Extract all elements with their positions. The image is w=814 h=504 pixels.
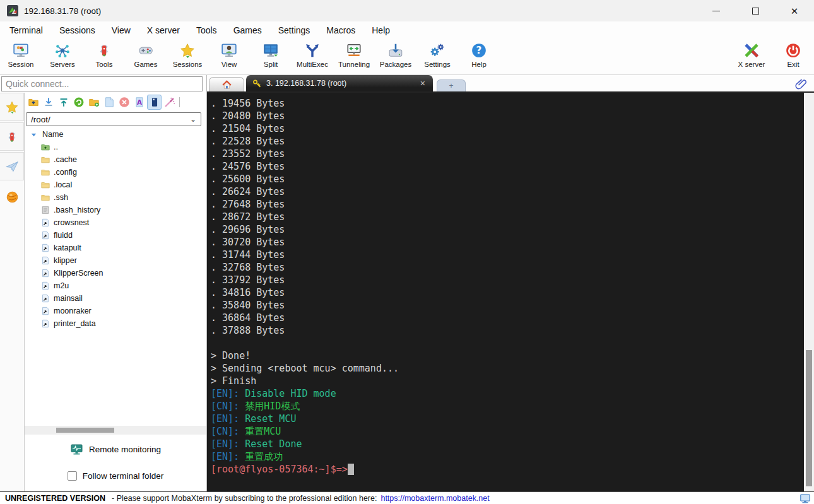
sidebar-tab-macros-plane[interactable] xyxy=(0,152,24,180)
new-folder-button[interactable] xyxy=(86,95,101,110)
download-icon xyxy=(43,97,54,108)
close-button[interactable]: ✕ xyxy=(775,0,814,21)
horizontal-scrollbar-thumb[interactable] xyxy=(56,428,114,433)
toolbar-view-button[interactable]: View xyxy=(208,42,250,68)
terminal-text-segment: [EN]: xyxy=(211,438,239,450)
file-row[interactable]: printer_data xyxy=(25,317,206,330)
tab-close-icon[interactable]: × xyxy=(419,78,427,88)
remote-monitoring-button[interactable]: Remote monitoring xyxy=(25,438,206,460)
menu-games[interactable]: Games xyxy=(225,25,270,35)
sidebar-tab-sftp-globe[interactable] xyxy=(0,190,24,204)
download-button[interactable] xyxy=(41,95,56,110)
terminal-text-segment: . 19456 Bytes xyxy=(211,98,285,109)
file-row[interactable]: mainsail xyxy=(25,292,206,305)
toolbar-sessions-button[interactable]: Sessions xyxy=(167,42,208,68)
file-icon xyxy=(41,206,50,214)
toolbar-label: Sessions xyxy=(173,61,203,68)
file-list-header[interactable]: Name xyxy=(25,128,206,141)
file-row[interactable]: .bash_history xyxy=(25,204,206,216)
maximize-button[interactable] xyxy=(736,0,775,21)
toolbar-tools-button[interactable]: Tools xyxy=(83,42,125,68)
horizontal-scrollbar[interactable] xyxy=(25,426,206,435)
file-name: katapult xyxy=(54,243,81,252)
file-row[interactable]: .. xyxy=(25,141,206,153)
wand-button[interactable] xyxy=(162,95,177,110)
tab-active-session[interactable]: 3. 192.168.31.78 (root) × xyxy=(246,75,433,91)
delete-button[interactable] xyxy=(117,95,131,110)
file-name: .bash_history xyxy=(54,206,100,214)
parent-folder-button[interactable] xyxy=(26,95,40,110)
toolbar-x-server-button[interactable]: X server xyxy=(731,42,772,68)
mobatek-link[interactable]: https://mobaxterm.mobatek.net xyxy=(380,494,489,503)
file-row[interactable]: .cache xyxy=(25,153,206,166)
file-row[interactable]: .config xyxy=(25,166,206,179)
menu-help[interactable]: Help xyxy=(363,25,398,35)
toolbar-packages-button[interactable]: Packages xyxy=(375,42,416,68)
title-bar: 192.168.31.78 (root) ✕ xyxy=(0,0,814,21)
terminal-line: . 27648 Bytes xyxy=(211,198,804,211)
terminal-text-segment: 重置成功 xyxy=(239,451,283,462)
toolbar-exit-button[interactable]: Exit xyxy=(772,42,814,68)
terminal-output[interactable]: . 19456 Bytes. 20480 Bytes. 21504 Bytes.… xyxy=(207,93,804,491)
file-row[interactable]: katapult xyxy=(25,242,206,254)
file-row[interactable]: fluidd xyxy=(25,229,206,242)
file-row[interactable]: crowsnest xyxy=(25,216,206,229)
new-file-button[interactable] xyxy=(102,95,116,110)
menu-sessions[interactable]: Sessions xyxy=(51,25,103,35)
terminal-text-segment: [EN]: xyxy=(211,413,239,425)
refresh-button[interactable] xyxy=(71,95,86,110)
file-row[interactable]: klipper xyxy=(25,254,206,267)
file-row[interactable]: m2u xyxy=(25,279,206,292)
toolbar-settings-button[interactable]: Settings xyxy=(416,42,458,68)
file-row[interactable]: KlipperScreen xyxy=(25,267,206,279)
toolbar-session-button[interactable]: Session xyxy=(0,42,42,68)
path-dropdown[interactable]: /root/ ⌄ xyxy=(26,112,201,126)
folder-icon xyxy=(41,180,50,189)
new-tab-button[interactable]: + xyxy=(437,79,466,91)
menu-terminal[interactable]: Terminal xyxy=(1,25,51,35)
paperclip-icon[interactable] xyxy=(795,77,808,90)
file-name: .cache xyxy=(54,155,77,164)
menu-settings[interactable]: Settings xyxy=(270,25,319,35)
terminal-text-segment: . 35840 Bytes xyxy=(211,300,285,311)
terminal-line: > Sending <reboot mcu> command... xyxy=(211,362,804,375)
vertical-scrollbar-thumb[interactable] xyxy=(806,350,812,486)
minimize-button[interactable] xyxy=(697,0,736,21)
menu-macros[interactable]: Macros xyxy=(318,25,363,35)
quick-connect-input[interactable] xyxy=(1,76,203,91)
menu-view[interactable]: View xyxy=(103,25,139,35)
upload-button[interactable] xyxy=(56,95,71,110)
toolbar-multiexec-button[interactable]: MultiExec xyxy=(292,42,333,68)
toolbar-tunneling-button[interactable]: Tunneling xyxy=(333,42,375,68)
toolbar-servers-button[interactable]: Servers xyxy=(42,42,83,68)
sidebar-tab-tools-knife[interactable] xyxy=(0,122,24,151)
follow-terminal-folder-checkbox[interactable] xyxy=(68,471,77,481)
terminal-text-segment: 重置MCU xyxy=(239,426,281,437)
rename-button[interactable]: A xyxy=(132,95,146,110)
tools-knife-icon xyxy=(5,130,19,144)
delete-icon xyxy=(119,97,130,108)
servers-icon xyxy=(54,42,71,59)
menu-x-server[interactable]: X server xyxy=(139,25,188,35)
toolbar-split-button[interactable]: Split xyxy=(250,42,292,68)
sidebar-tab-sessions-star[interactable] xyxy=(0,93,24,121)
side-panel-button[interactable] xyxy=(147,95,162,110)
sessions-star-icon xyxy=(179,42,196,59)
help-icon: ? xyxy=(471,42,487,59)
folder-up-icon xyxy=(41,143,50,151)
toolbar-divider xyxy=(179,97,180,107)
terminal-line: . 28672 Bytes xyxy=(211,211,804,223)
link-icon xyxy=(41,307,50,315)
file-row[interactable]: .local xyxy=(25,179,206,191)
terminal-line: [CN]: 重置MCU xyxy=(211,425,804,438)
file-row[interactable]: moonraker xyxy=(25,305,206,317)
toolbar-label: Split xyxy=(264,61,278,68)
toolbar-help-button[interactable]: ?Help xyxy=(458,42,500,68)
vertical-scrollbar[interactable] xyxy=(804,93,814,491)
tab-home[interactable] xyxy=(209,77,244,91)
toolbar-games-button[interactable]: Games xyxy=(125,42,167,68)
menu-tools[interactable]: Tools xyxy=(188,25,225,35)
terminal-line: . 19456 Bytes xyxy=(211,97,804,110)
file-row[interactable]: .ssh xyxy=(25,191,206,204)
current-path: /root/ xyxy=(31,115,50,124)
